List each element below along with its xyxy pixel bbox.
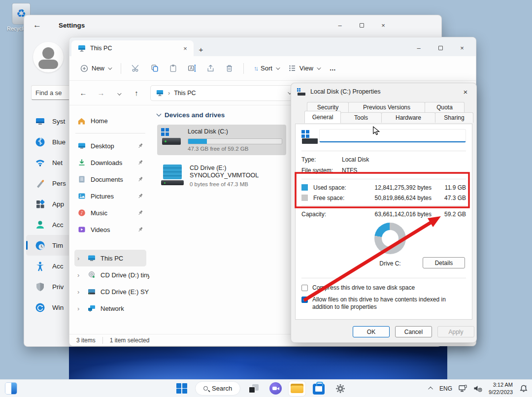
apply-button[interactable]: Apply <box>437 326 474 337</box>
expander-icon[interactable]: › <box>77 288 82 296</box>
compress-checkbox-row[interactable]: Compress this drive to save disk space <box>301 284 466 292</box>
tab-sharing[interactable]: Sharing <box>435 112 473 123</box>
start-button[interactable] <box>173 381 190 396</box>
taskbar-clock[interactable]: 3:12 AM 9/22/2023 <box>489 381 513 396</box>
microsoft-store-button[interactable] <box>310 381 327 396</box>
sidebar-item-downloads[interactable]: Downloads <box>74 154 146 171</box>
index-checkbox-row[interactable]: ✓ Allow files on this drive to have cont… <box>301 296 466 311</box>
sidebar-item-home[interactable]: Home <box>74 112 146 129</box>
user-avatar[interactable] <box>33 42 64 72</box>
compress-checkbox[interactable] <box>301 285 308 291</box>
nav-up-icon[interactable]: ↑ <box>129 89 144 97</box>
nav-back-icon[interactable]: ← <box>75 89 91 97</box>
tab-close-icon[interactable]: × <box>181 45 190 52</box>
view-icon <box>289 65 296 72</box>
view-button[interactable]: View <box>285 62 324 75</box>
sidebar-item-desktop[interactable]: Desktop <box>74 137 146 154</box>
widgets-icon[interactable] <box>5 382 17 395</box>
general-tab-pane: Type: Local Disk File system: NTFS Used … <box>295 124 472 320</box>
sidebar-item-music[interactable]: ♪ Music <box>74 204 146 221</box>
settings-minimize-button[interactable]: – <box>329 19 351 32</box>
settings-button[interactable] <box>332 381 349 396</box>
pin-icon <box>137 160 143 165</box>
explorer-close-button[interactable]: × <box>451 41 473 54</box>
sidebar-item-label: Blue <box>52 138 66 146</box>
free-space-legend <box>301 195 308 201</box>
svg-text:♪: ♪ <box>80 210 83 215</box>
task-view-button[interactable] <box>245 381 262 396</box>
capacity-row: Capacity: 63,661,142,016 bytes 59.2 GB <box>301 209 466 220</box>
tab-tools[interactable]: Tools <box>340 112 382 123</box>
back-arrow-icon[interactable]: ← <box>33 20 48 30</box>
copy-button[interactable] <box>146 61 163 76</box>
svg-text:A: A <box>190 66 193 71</box>
nav-recent-icon[interactable] <box>111 89 127 97</box>
capacity-bytes: 63,661,142,016 bytes <box>359 211 432 218</box>
delete-button[interactable] <box>221 61 237 76</box>
network-tray-icon[interactable] <box>459 385 467 393</box>
cancel-button[interactable]: Cancel <box>395 326 432 337</box>
sidebar-item-cd-drive-e[interactable]: › CD Drive (E:) SYNO <box>74 283 146 300</box>
tab-hardware[interactable]: Hardware <box>381 112 435 123</box>
drive-usage-bar <box>188 138 282 144</box>
new-button[interactable]: New <box>76 62 115 75</box>
dialog-titlebar: Local Disk (C:) Properties × <box>291 83 476 100</box>
used-space-size: 11.9 GB <box>435 184 466 191</box>
explorer-minimize-button[interactable]: – <box>408 41 430 54</box>
used-space-row: Used space: 12,841,275,392 bytes 11.9 GB <box>301 182 466 193</box>
local-disk-icon <box>161 128 182 146</box>
more-button[interactable]: … <box>326 62 340 75</box>
paste-button[interactable] <box>165 61 181 76</box>
type-value: Local Disk <box>342 156 369 163</box>
breadcrumb[interactable]: This PC <box>174 90 196 97</box>
taskbar: Search ENG 3:12 AM 9/22/2023 z <box>0 379 532 397</box>
expander-icon[interactable]: › <box>77 271 82 279</box>
tab-quota[interactable]: Quota <box>425 102 465 112</box>
sort-button[interactable]: ↑↓ Sort <box>250 62 283 75</box>
sidebar-item-this-pc[interactable]: › This PC <box>74 250 146 266</box>
language-indicator[interactable]: ENG <box>439 385 452 392</box>
explorer-maximize-button[interactable] <box>430 41 451 54</box>
pin-icon <box>137 210 143 216</box>
tray-expand-icon[interactable] <box>428 387 433 392</box>
expander-icon[interactable]: › <box>77 255 82 262</box>
sidebar-item-cd-drive-d[interactable]: › CD Drive (D:) tiny11 <box>74 266 146 283</box>
chat-button[interactable] <box>267 381 284 396</box>
sidebar-item-label: Syst <box>52 118 65 125</box>
drive-item-cd-drive-e[interactable]: CD Drive (E:) SYNOLOGY_VMMTOOL 0 bytes f… <box>157 161 286 191</box>
search-icon <box>203 386 208 391</box>
sidebar-item-label: Win <box>52 304 64 311</box>
rename-button[interactable]: A <box>183 61 200 76</box>
nav-forward-icon[interactable]: → <box>93 89 109 97</box>
dialog-buttons: OK Cancel Apply <box>291 326 476 337</box>
settings-maximize-button[interactable] <box>351 19 372 32</box>
sidebar-item-network[interactable]: › Network <box>74 300 146 317</box>
tab-previous-versions[interactable]: Previous Versions <box>348 102 425 112</box>
new-tab-button[interactable]: + <box>194 42 208 56</box>
tab-general[interactable]: General <box>304 111 341 123</box>
sort-icon: ↑↓ <box>254 65 257 72</box>
volume-muted-icon[interactable] <box>473 385 482 392</box>
ok-button[interactable]: OK <box>353 326 390 337</box>
tab-this-pc[interactable]: This PC × <box>71 40 194 56</box>
expander-icon[interactable]: › <box>77 305 82 312</box>
sidebar-item-videos[interactable]: Videos <box>74 221 146 238</box>
settings-close-button[interactable]: × <box>372 19 394 32</box>
sidebar-item-pictures[interactable]: Pictures <box>74 188 146 204</box>
file-explorer-button[interactable] <box>289 381 305 396</box>
drive-item-local-disk-c[interactable]: Local Disk (C:) 47.3 GB free of 59.2 GB <box>157 125 286 155</box>
section-collapse-icon[interactable] <box>157 112 162 117</box>
address-bar[interactable]: › This PC <box>150 85 296 101</box>
index-checkbox[interactable]: ✓ <box>301 297 308 303</box>
free-space-row: Free space: 50,819,866,624 bytes 47.3 GB <box>301 193 466 203</box>
volume-label-input[interactable] <box>319 129 466 142</box>
notification-bell-icon[interactable]: z <box>519 384 528 393</box>
share-button[interactable] <box>202 61 219 76</box>
cut-button[interactable] <box>127 61 144 76</box>
used-space-bytes: 12,841,275,392 bytes <box>363 184 432 191</box>
drive-icon-large <box>301 130 310 144</box>
taskbar-search[interactable]: Search <box>195 381 240 396</box>
dialog-close-icon[interactable]: × <box>460 88 471 96</box>
sidebar-item-documents[interactable]: Documents <box>74 171 146 188</box>
details-button[interactable]: Details <box>423 257 465 268</box>
